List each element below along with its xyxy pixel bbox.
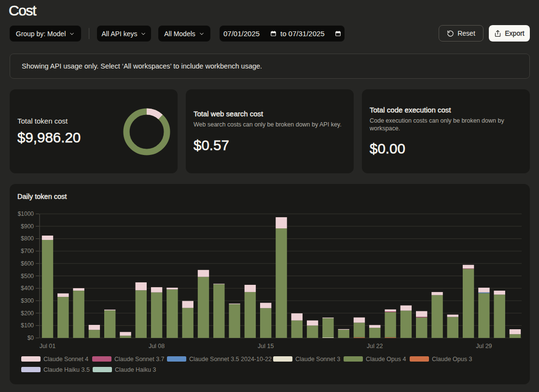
svg-text:Jul 29: Jul 29: [476, 343, 492, 350]
svg-text:$400: $400: [21, 285, 34, 292]
svg-text:$200: $200: [21, 310, 34, 317]
svg-text:Jul 22: Jul 22: [367, 343, 383, 350]
svg-text:$300: $300: [21, 297, 34, 304]
svg-text:$100: $100: [21, 322, 34, 329]
svg-text:$700: $700: [21, 248, 34, 254]
svg-text:Jul 15: Jul 15: [258, 343, 274, 350]
svg-text:$900: $900: [21, 223, 34, 230]
svg-text:$600: $600: [21, 260, 34, 267]
svg-text:$1000: $1000: [18, 210, 34, 217]
svg-text:$800: $800: [21, 235, 34, 242]
svg-text:$500: $500: [21, 273, 34, 280]
svg-text:Jul 01: Jul 01: [40, 343, 55, 350]
svg-text:Jul 08: Jul 08: [149, 343, 165, 350]
svg-text:$0: $0: [28, 335, 34, 341]
